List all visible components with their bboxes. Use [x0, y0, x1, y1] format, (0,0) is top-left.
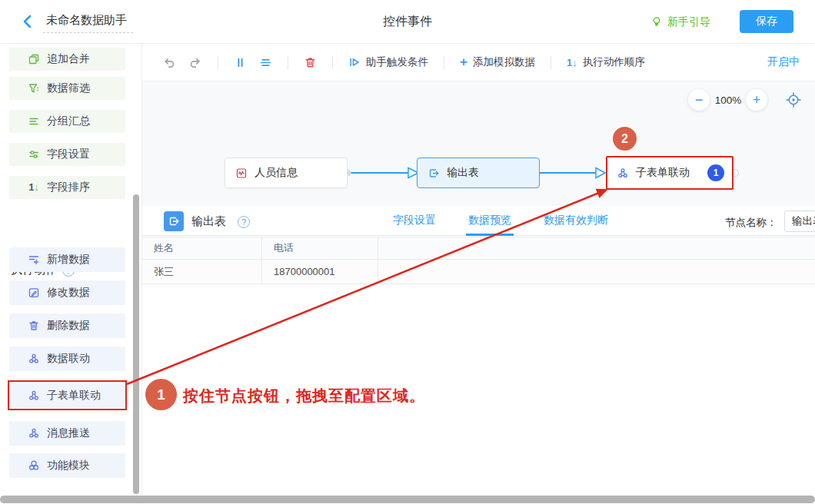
zoom-out-button[interactable]: −: [688, 89, 710, 111]
action-order-label: 执行动作顺序: [583, 55, 645, 69]
sidebar-scrollbar[interactable]: [133, 194, 139, 494]
node-name-label: 节点名称：: [725, 216, 777, 230]
doc-title[interactable]: 未命名数据助手: [43, 13, 133, 33]
tab-data-validity[interactable]: 数据有效判断: [541, 206, 610, 236]
zoom-in-button[interactable]: +: [746, 89, 767, 111]
column-header-name: 姓名: [142, 237, 262, 259]
node-subform-linkage[interactable]: 子表单联动 1: [606, 156, 734, 190]
plus-icon: +: [460, 57, 467, 68]
panel-header: 输出表 ? 字段设置 数据预览 数据有效判断 节点名称：: [142, 206, 815, 236]
align-horizontal-button[interactable]: [259, 56, 272, 69]
lightbulb-icon: [650, 16, 663, 28]
align-vertical-icon: [234, 56, 247, 69]
table-header-row: 姓名 电话: [142, 237, 815, 260]
arrowhead: [596, 168, 605, 178]
sidebar-item-modify-data[interactable]: 修改数据: [9, 280, 125, 305]
undo-icon: [162, 56, 176, 69]
sidebar-item-message-push[interactable]: 消息推送: [9, 421, 125, 446]
align-vertical-button[interactable]: [234, 56, 247, 69]
column-header-phone: 电话: [262, 237, 378, 259]
sidebar-item-subform-linkage[interactable]: 子表单联动: [9, 383, 125, 408]
undo-button[interactable]: [162, 56, 176, 69]
waveform-icon: [235, 167, 248, 179]
node-config-panel: 输出表 ? 字段设置 数据预览 数据有效判断 节点名称： 姓名 电话 张三 18…: [142, 206, 815, 504]
sidebar-item-delete-data[interactable]: 删除数据: [9, 313, 125, 338]
preview-table: 姓名 电话 张三 18700000001: [142, 237, 815, 284]
locate-button[interactable]: [785, 91, 802, 108]
sidebar-item-label: 消息推送: [47, 426, 90, 440]
sidebar-item-field-sort[interactable]: 1↓ 字段排序: [9, 176, 125, 199]
node-name-input[interactable]: [784, 211, 815, 232]
flow-canvas[interactable]: 人员信息 输出表 子表单联动 1 − 100% +: [142, 81, 815, 206]
control-event-editor: 未命名数据助手 控件事件 新手引导 保存 追加合并 数据筛选 分组汇总 字段设置: [0, 0, 815, 504]
add-mock-data-label: 添加模拟数据: [473, 55, 535, 69]
sidebar-item-append-merge[interactable]: 追加合并: [9, 48, 125, 71]
sort-icon: 1↓: [28, 181, 40, 194]
sliders-icon: [28, 148, 40, 161]
sidebar-item-label: 删除数据: [47, 319, 90, 333]
trigger-condition-label: 助手触发条件: [366, 55, 428, 69]
add-mock-data-button[interactable]: + 添加模拟数据: [460, 55, 535, 69]
sidebar-item-add-data[interactable]: 新增数据: [9, 247, 125, 272]
toolbar-divider: [218, 56, 218, 69]
sidebar-item-label: 子表单联动: [47, 389, 101, 403]
guide-button[interactable]: 新手引导: [650, 0, 710, 44]
node-label: 输出表: [447, 166, 479, 180]
sort-order-icon: 1↓: [567, 57, 577, 68]
back-button[interactable]: [18, 12, 37, 31]
sidebar-item-label: 新增数据: [47, 253, 90, 267]
bottom-scrollbar[interactable]: [0, 496, 815, 503]
module-icon: [28, 459, 40, 472]
zoom-level: 100%: [710, 94, 747, 106]
sidebar-item-label: 字段排序: [47, 181, 90, 194]
redo-icon: [188, 56, 202, 69]
add-data-icon: [28, 254, 40, 266]
export-icon: [164, 211, 184, 231]
node-person-info[interactable]: 人员信息: [225, 158, 348, 188]
top-header: 未命名数据助手 控件事件 新手引导 保存: [0, 0, 815, 44]
table-row: 张三 18700000001: [142, 260, 815, 284]
linkage-icon: [617, 167, 629, 179]
sidebar-item-data-filter[interactable]: 数据筛选: [9, 77, 125, 100]
align-horizontal-icon: [259, 56, 272, 69]
toolbar-divider: [288, 56, 288, 69]
export-icon: [427, 167, 440, 179]
linkage-icon: [28, 353, 40, 365]
merge-icon: [28, 53, 40, 65]
guide-label: 新手引导: [667, 15, 710, 29]
redo-button[interactable]: [188, 56, 202, 69]
toolbar-divider: [332, 56, 333, 69]
trash-icon: [28, 320, 40, 332]
status-toggle[interactable]: 开启中: [767, 55, 800, 69]
sidebar-item-label: 数据联动: [47, 352, 90, 366]
tab-field-settings[interactable]: 字段设置: [391, 206, 438, 236]
page-title: 控件事件: [383, 14, 432, 30]
cell-phone: 18700000001: [262, 260, 378, 284]
sidebar-item-label: 追加合并: [47, 52, 90, 66]
toolbar-divider: [444, 56, 444, 69]
linkage-icon: [28, 390, 40, 402]
node-label: 人员信息: [254, 166, 298, 180]
delete-node-button[interactable]: [304, 56, 317, 69]
help-icon[interactable]: ?: [238, 214, 250, 228]
chevron-left-icon: [18, 12, 37, 31]
action-order-button[interactable]: 1↓ 执行动作顺序: [567, 55, 645, 69]
node-output-table[interactable]: 输出表: [417, 158, 540, 188]
canvas-toolbar: 助手触发条件 + 添加模拟数据 1↓ 执行动作顺序 开启中: [142, 44, 815, 81]
sidebar-item-label: 功能模块: [47, 459, 90, 472]
sidebar-item-field-settings[interactable]: 字段设置: [9, 143, 125, 166]
funnel-icon: [28, 82, 40, 94]
save-button[interactable]: 保存: [740, 10, 793, 33]
push-icon: [28, 427, 40, 439]
sidebar-item-function-module[interactable]: 功能模块: [9, 453, 125, 478]
trigger-condition-button[interactable]: 助手触发条件: [348, 55, 428, 69]
play-icon: [348, 56, 361, 68]
group-list-icon: [28, 115, 40, 128]
sidebar-item-data-linkage[interactable]: 数据联动: [9, 346, 125, 371]
cell-empty: [378, 260, 815, 284]
sidebar-item-group-summary[interactable]: 分组汇总: [9, 110, 125, 133]
sidebar-item-label: 分组汇总: [47, 114, 90, 128]
tab-data-preview[interactable]: 数据预览: [466, 206, 514, 236]
sidebar-item-label: 修改数据: [47, 286, 90, 300]
node-count-badge: 1: [707, 164, 724, 181]
